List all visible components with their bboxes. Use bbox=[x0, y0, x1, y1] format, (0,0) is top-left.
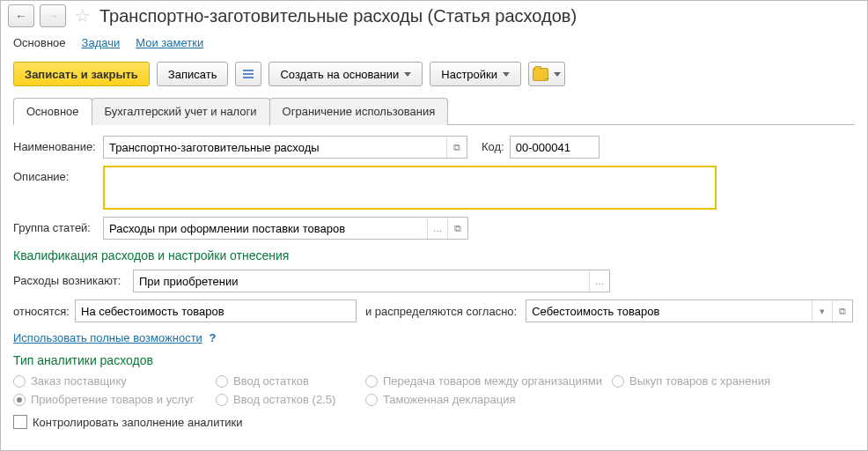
distrib-prefix-label: и распределяются согласно: bbox=[365, 305, 517, 318]
control-analytics-checkbox[interactable] bbox=[13, 415, 27, 429]
list-icon bbox=[243, 70, 254, 78]
move-to-folder-button[interactable] bbox=[528, 62, 565, 86]
group-label: Группа статей: bbox=[13, 217, 98, 234]
arise-input[interactable] bbox=[134, 270, 589, 292]
open-icon[interactable]: ⧉ bbox=[447, 218, 467, 239]
tab-restriction[interactable]: Ограничение использования bbox=[269, 98, 449, 125]
chevron-down-icon bbox=[554, 72, 561, 77]
create-from-button[interactable]: Создать на основании bbox=[268, 62, 423, 86]
description-label: Описание: bbox=[13, 166, 98, 183]
control-analytics-label: Контролировать заполнение аналитики bbox=[33, 416, 243, 429]
settings-button[interactable]: Настройки bbox=[430, 62, 521, 86]
nav-forward-button[interactable]: → bbox=[40, 4, 66, 27]
chevron-down-icon bbox=[404, 72, 411, 77]
open-icon[interactable]: ⧉ bbox=[832, 300, 852, 322]
tab-main[interactable]: Основное bbox=[13, 98, 92, 125]
ellipsis-icon[interactable]: … bbox=[589, 270, 609, 292]
analytics-radio-purchase: Приобретение товаров и услуг bbox=[13, 393, 216, 406]
belong-label: относятся: bbox=[13, 305, 70, 318]
nav-tab-tasks[interactable]: Задачи bbox=[82, 36, 121, 49]
nav-tab-notes[interactable]: Мои заметки bbox=[136, 36, 203, 49]
tab-accounting[interactable]: Бухгалтерский учет и налоги bbox=[92, 98, 270, 125]
description-textarea[interactable] bbox=[110, 171, 713, 208]
belong-input[interactable] bbox=[76, 300, 356, 322]
page-title: Транспортно-заготовительные расходы (Ста… bbox=[99, 6, 577, 26]
analytics-radio-transfer: Передача товаров между организациями bbox=[365, 374, 612, 388]
analytics-radio-order: Заказ поставщику bbox=[13, 374, 216, 388]
full-features-link[interactable]: Использовать полные возможности bbox=[13, 331, 202, 344]
arise-label: Расходы возникают: bbox=[13, 270, 128, 287]
save-and-close-button[interactable]: Записать и закрыть bbox=[13, 62, 150, 86]
folder-move-icon bbox=[533, 68, 548, 81]
name-input[interactable] bbox=[104, 137, 446, 158]
expand-icon[interactable]: ⧉ bbox=[446, 137, 467, 158]
nav-back-button[interactable]: ← bbox=[8, 4, 34, 27]
analytics-radio-customs: Таможенная декларация bbox=[365, 393, 612, 406]
list-button[interactable] bbox=[235, 62, 261, 86]
nav-tab-main[interactable]: Основное bbox=[13, 36, 66, 49]
analytics-radio-buyback: Выкуп товаров с хранения bbox=[612, 374, 855, 388]
name-label: Наименование: bbox=[13, 136, 98, 153]
analytics-radio-balances: Ввод остатков bbox=[216, 374, 365, 388]
code-label: Код: bbox=[482, 136, 504, 153]
group-input[interactable] bbox=[104, 218, 427, 239]
code-input[interactable] bbox=[511, 137, 669, 158]
qualification-section-title: Квалификация расходов и настройки отнесе… bbox=[13, 248, 855, 262]
analytics-radio-balances25: Ввод остатков (2.5) bbox=[216, 393, 365, 406]
distribution-input[interactable] bbox=[526, 300, 812, 322]
favorite-star-icon[interactable]: ☆ bbox=[75, 5, 91, 26]
analytics-section-title: Тип аналитики расходов bbox=[13, 353, 855, 367]
save-button[interactable]: Записать bbox=[157, 62, 229, 86]
dropdown-icon[interactable]: ▾ bbox=[812, 300, 832, 322]
ellipsis-icon[interactable]: … bbox=[427, 218, 447, 239]
help-icon[interactable]: ? bbox=[209, 331, 216, 344]
chevron-down-icon bbox=[503, 72, 510, 77]
